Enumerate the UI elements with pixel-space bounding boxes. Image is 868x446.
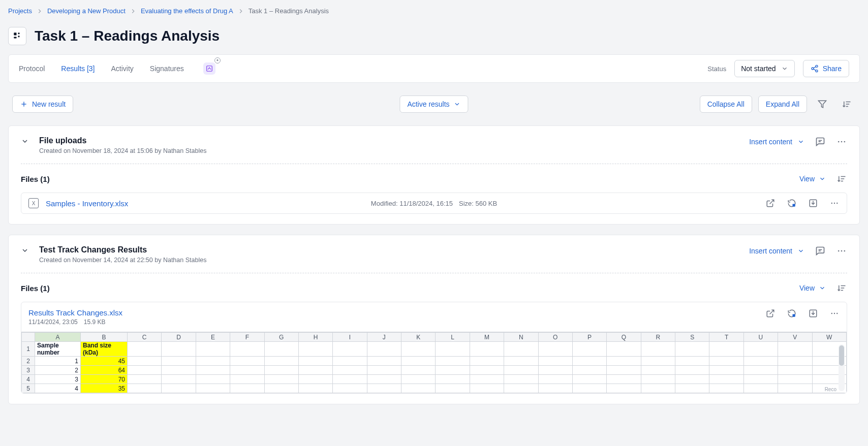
download-button[interactable] [808,308,818,318]
sheet-col-head[interactable]: Q [607,333,641,342]
more-button[interactable] [836,136,847,147]
sheet-cell[interactable] [538,342,572,357]
sheet-cell[interactable] [743,357,778,366]
file-name-link[interactable]: Samples - Inventory.xlsx [46,199,128,208]
sheet-cell[interactable] [504,357,538,366]
sheet-cell[interactable] [538,375,572,384]
sheet-cell[interactable] [367,384,401,393]
sheet-col-head[interactable]: N [504,333,538,342]
sheet-cell[interactable] [641,357,675,366]
sheet-col-head[interactable]: O [538,333,572,342]
comment-button[interactable] [815,245,826,257]
sheet-cell[interactable] [675,375,709,384]
collapse-all-button[interactable]: Collapse All [700,95,752,113]
sheet-col-head[interactable]: K [401,333,436,342]
sheet-cell[interactable] [333,366,367,375]
sheet-row-head[interactable]: 2 [22,357,35,366]
download-button[interactable] [808,198,818,208]
sheet-cell[interactable] [709,375,743,384]
sheet-cell[interactable] [778,384,812,393]
sheet-cell[interactable] [470,342,504,357]
sheet-col-head[interactable]: C [128,333,162,342]
sheet-cell[interactable] [607,384,641,393]
sheet-cell[interactable] [709,384,743,393]
sheet-cell[interactable]: 45 [81,357,128,366]
sheet-cell[interactable] [401,375,436,384]
sheet-cell[interactable] [778,357,812,366]
sheet-col-head[interactable]: U [743,333,778,342]
sheet-cell[interactable] [572,366,606,375]
sheet-cell[interactable] [743,384,778,393]
sheet-cell[interactable] [333,384,367,393]
sheet-cell[interactable] [367,342,401,357]
filter-button[interactable] [813,95,831,113]
sheet-cell[interactable] [504,375,538,384]
sheet-col-head[interactable]: F [230,333,264,342]
sheet-cell[interactable] [230,375,264,384]
sheet-cell[interactable] [778,342,812,357]
sheet-col-head[interactable]: L [436,333,470,342]
sheet-cell[interactable] [572,384,606,393]
sheet-cell[interactable] [401,366,436,375]
sheet-cell[interactable] [538,357,572,366]
sheet-cell[interactable] [298,357,332,366]
breadcrumb-projects[interactable]: Projects [8,7,32,15]
file-more-button[interactable] [829,308,840,318]
sheet-cell[interactable] [128,384,162,393]
sheet-cell[interactable] [709,357,743,366]
insert-content-button[interactable]: Insert content [749,138,804,146]
sheet-cell[interactable]: 3 [35,375,81,384]
sheet-cell[interactable] [470,375,504,384]
sheet-cell[interactable] [196,384,230,393]
sheet-cell[interactable] [675,384,709,393]
sheet-cell[interactable] [572,342,606,357]
file-name-link[interactable]: Results Track Changes.xlsx [28,308,122,317]
sheet-row-head[interactable]: 5 [22,384,35,393]
sheet-cell[interactable] [436,375,470,384]
sheet-row-head[interactable]: 1 [22,342,35,357]
sheet-cell[interactable] [333,357,367,366]
active-results-select[interactable]: Active results [399,95,468,113]
sheet-cell[interactable] [504,384,538,393]
sheet-col-head[interactable]: S [675,333,709,342]
expand-all-button[interactable]: Expand All [758,95,807,113]
sheet-col-head[interactable]: A [35,333,81,342]
sheet-cell[interactable]: 1 [35,357,81,366]
open-external-button[interactable] [765,198,776,208]
sheet-cell[interactable]: 64 [81,366,128,375]
sheet-cell[interactable]: 70 [81,375,128,384]
sheet-cell[interactable] [128,357,162,366]
sheet-col-head[interactable]: J [367,333,401,342]
tab-marvinjs[interactable]: ✦ [200,59,219,78]
sheet-cell[interactable] [709,366,743,375]
sheet-cell[interactable] [504,342,538,357]
sheet-cell[interactable]: 4 [35,384,81,393]
comment-button[interactable] [815,136,826,147]
sheet-cell[interactable] [470,357,504,366]
sheet-cell[interactable] [367,357,401,366]
sheet-cell[interactable] [607,366,641,375]
sheet-cell[interactable] [538,384,572,393]
sheet-cell[interactable] [128,342,162,357]
sheet-cell[interactable] [436,366,470,375]
sheet-cell[interactable] [607,342,641,357]
sheet-cell[interactable] [572,357,606,366]
sheet-cell[interactable] [264,357,298,366]
sheet-col-head[interactable]: V [778,333,812,342]
breadcrumb-evaluating[interactable]: Evaluating the effects of Drug A [141,7,233,15]
sheet-cell[interactable] [401,342,436,357]
sheet-cell[interactable] [538,366,572,375]
sheet-cell[interactable] [709,342,743,357]
sheet-cell[interactable] [607,357,641,366]
more-button[interactable] [836,245,847,257]
section-sort-button[interactable] [836,173,847,184]
sheet-cell[interactable] [162,384,196,393]
status-select[interactable]: Not started [734,60,794,77]
tab-results[interactable]: Results [3] [61,55,95,82]
sheet-cell[interactable] [504,366,538,375]
sheet-col-head[interactable]: D [162,333,196,342]
version-button[interactable] [787,308,797,318]
new-result-button[interactable]: New result [12,95,73,113]
breadcrumb-developing[interactable]: Developing a New Product [47,7,126,15]
sheet-cell[interactable] [162,357,196,366]
